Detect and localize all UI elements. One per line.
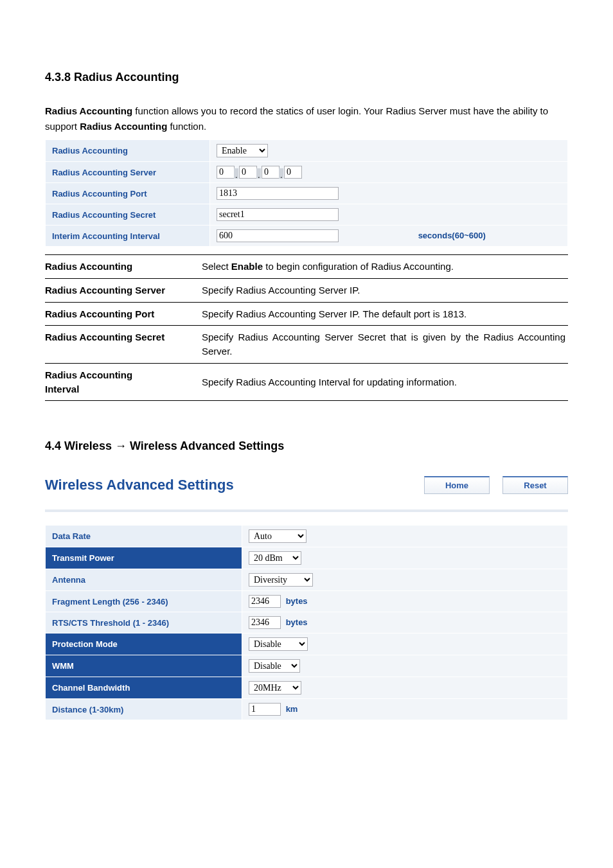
wireless-advanced-divider xyxy=(45,509,568,512)
protection-mode-label: Protection Mode xyxy=(46,633,242,655)
radius-port-label: Radius Accounting Port xyxy=(46,183,210,204)
radius-server-ip-oct3[interactable] xyxy=(262,166,280,179)
rtscts-threshold-cell: bytes xyxy=(242,612,568,633)
desc-r1-pre: Select xyxy=(202,261,231,272)
radius-server-label: Radius Accounting Server xyxy=(46,162,210,183)
channel-bandwidth-label: Channel Bandwidth xyxy=(46,677,242,699)
wmm-cell: Disable xyxy=(242,655,568,677)
wireless-advanced-header: Wireless Advanced Settings Home Reset xyxy=(45,476,568,494)
radius-secret-input[interactable] xyxy=(217,208,339,221)
distance-label: Distance (1-30km) xyxy=(46,699,242,720)
radius-accounting-label: Radius Accounting xyxy=(46,140,210,162)
interim-interval-label: Interim Accounting Interval xyxy=(46,226,210,247)
interim-interval-value-cell: seconds(60~600) xyxy=(210,226,568,247)
channel-bandwidth-select[interactable]: 20MHz xyxy=(249,681,301,695)
radius-form-table: Radius Accounting Enable Radius Accounti… xyxy=(45,139,568,247)
radius-secret-value-cell xyxy=(210,204,568,226)
reset-button[interactable]: Reset xyxy=(502,476,568,494)
ip-dot xyxy=(279,168,283,179)
interim-interval-input[interactable] xyxy=(217,229,339,242)
intro-post: function. xyxy=(167,121,206,132)
radius-secret-label: Radius Accounting Secret xyxy=(46,204,210,226)
wmm-label: WMM xyxy=(46,655,242,677)
transmit-power-select[interactable]: 20 dBm xyxy=(249,551,301,565)
antenna-label: Antenna xyxy=(46,569,242,591)
protection-mode-select[interactable]: Disable xyxy=(249,637,308,651)
desc-val-row2: Specify Radius Accounting Server IP. xyxy=(202,278,568,302)
fragment-length-cell: bytes xyxy=(242,591,568,612)
home-button[interactable]: Home xyxy=(424,476,490,494)
radius-accounting-select[interactable]: Enable xyxy=(217,144,268,157)
rtscts-threshold-unit: bytes xyxy=(286,617,308,627)
section-44-heading: 4.4 Wireless → Wireless Advanced Setting… xyxy=(45,439,568,453)
wmm-select[interactable]: Disable xyxy=(249,659,300,673)
radius-server-ip-oct1[interactable] xyxy=(217,166,235,179)
transmit-power-cell: 20 dBm xyxy=(242,547,568,569)
radius-server-ip-oct4[interactable] xyxy=(284,166,302,179)
distance-unit: km xyxy=(286,704,298,714)
radius-accounting-value-cell: Enable xyxy=(210,140,568,162)
intro-paragraph: Radius Accounting function allows you to… xyxy=(45,103,568,134)
distance-input[interactable] xyxy=(249,703,281,716)
ip-dot xyxy=(234,168,238,179)
desc-val-row5: Specify Radius Accounting Interval for u… xyxy=(202,363,568,401)
interim-interval-unit: seconds(60~600) xyxy=(418,231,486,240)
desc-val-row4: Specify Radius Accounting Server Secret … xyxy=(202,326,568,364)
intro-bold1: Radius Accounting xyxy=(45,105,132,116)
distance-cell: km xyxy=(242,699,568,720)
channel-bandwidth-cell: 20MHz xyxy=(242,677,568,699)
antenna-cell: Diversity xyxy=(242,569,568,591)
rtscts-threshold-label: RTS/CTS Threshold (1 - 2346) xyxy=(46,612,242,633)
desc-r5-l1: Radius Accounting xyxy=(45,369,132,380)
protection-mode-cell: Disable xyxy=(242,633,568,655)
wireless-advanced-form: Data Rate Auto Transmit Power 20 dBm Ant… xyxy=(45,525,568,720)
wireless-advanced-title: Wireless Advanced Settings xyxy=(45,477,411,493)
radius-description-table: Radius Accounting Select Enable to begin… xyxy=(45,254,568,401)
desc-label-row3: Radius Accounting Port xyxy=(45,302,202,326)
rtscts-threshold-input[interactable] xyxy=(249,616,281,629)
section-438-heading: 4.3.8 Radius Accounting xyxy=(45,71,568,84)
desc-label-row2: Radius Accounting Server xyxy=(45,278,202,302)
desc-val-row1: Select Enable to begin configuration of … xyxy=(202,255,568,279)
fragment-length-input[interactable] xyxy=(249,595,281,608)
desc-label-row5: Radius Accounting Interval xyxy=(45,363,202,401)
fragment-length-unit: bytes xyxy=(286,596,308,606)
desc-label-row4: Radius Accounting Secret xyxy=(45,326,202,364)
desc-val-row3: Specify Radius Accounting Server IP. The… xyxy=(202,302,568,326)
radius-server-ip-oct2[interactable] xyxy=(239,166,257,179)
data-rate-select[interactable]: Auto xyxy=(249,529,306,543)
transmit-power-label: Transmit Power xyxy=(46,547,242,569)
fragment-length-label: Fragment Length (256 - 2346) xyxy=(46,591,242,612)
radius-port-value-cell xyxy=(210,183,568,204)
ip-dot xyxy=(256,168,261,179)
desc-label-row1: Radius Accounting xyxy=(45,255,202,279)
data-rate-cell: Auto xyxy=(242,526,568,547)
intro-bold2: Radius Accounting xyxy=(80,121,167,132)
antenna-select[interactable]: Diversity xyxy=(249,573,313,587)
desc-r1-bold: Enable xyxy=(231,261,263,272)
radius-port-input[interactable] xyxy=(217,187,339,200)
desc-r5-l2: Interval xyxy=(45,384,79,394)
radius-server-value-cell xyxy=(210,162,568,183)
desc-r1-post: to begin configuration of Radius Account… xyxy=(263,261,454,272)
data-rate-label: Data Rate xyxy=(46,526,242,547)
